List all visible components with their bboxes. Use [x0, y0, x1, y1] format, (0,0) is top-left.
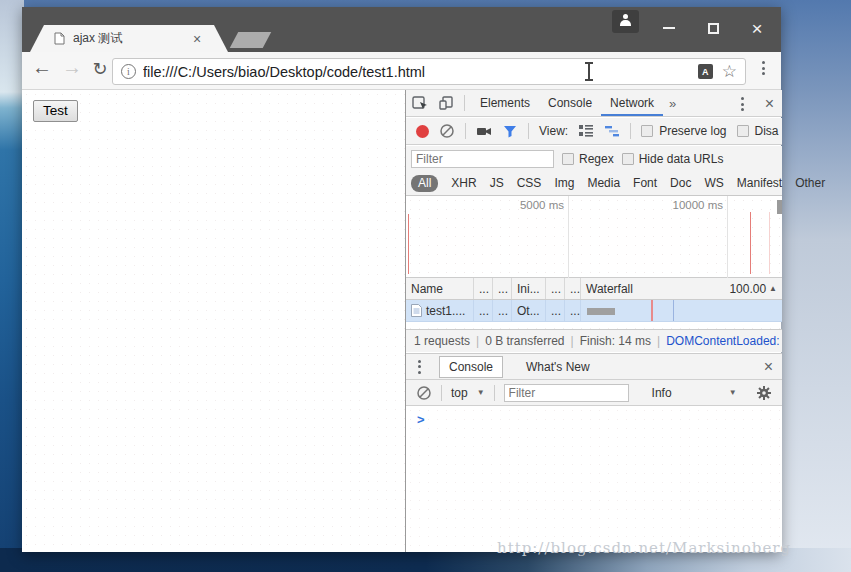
- overview-scrollbar-thumb[interactable]: [777, 200, 782, 214]
- screenshot-camera-icon[interactable]: [476, 123, 492, 139]
- request-initiator-cell[interactable]: Ot...: [512, 300, 546, 321]
- tab-close-icon[interactable]: ×: [193, 32, 201, 46]
- watermark-text: http://blog.csdn.net/Marksinoberg: [497, 539, 851, 557]
- type-filter-img[interactable]: Img: [554, 176, 574, 190]
- maximize-button[interactable]: [698, 15, 728, 41]
- type-filter-manifest[interactable]: Manifest: [737, 176, 782, 190]
- devtools-panel: Elements Console Network » ×: [405, 90, 781, 552]
- col-initiator[interactable]: Ini...: [512, 278, 546, 299]
- drawer-tab-whats-new[interactable]: What's New: [517, 357, 599, 377]
- drawer-close-icon[interactable]: ×: [764, 358, 773, 376]
- tab-network[interactable]: Network: [601, 90, 663, 116]
- more-tabs-icon[interactable]: »: [663, 96, 682, 111]
- devtools-menu-button[interactable]: [741, 97, 744, 111]
- translate-icon[interactable]: A: [698, 64, 713, 79]
- console-output[interactable]: >: [406, 406, 782, 552]
- close-button[interactable]: ×: [742, 15, 772, 41]
- disable-cache-checkbox[interactable]: [737, 125, 749, 137]
- col-size[interactable]: ...: [546, 278, 565, 299]
- log-level-select[interactable]: Info ▼: [652, 386, 737, 400]
- waterfall-bar: [587, 308, 615, 315]
- minimize-button[interactable]: [654, 15, 684, 41]
- network-overview[interactable]: 5000 ms 10000 ms: [406, 196, 782, 278]
- type-filter-font[interactable]: Font: [633, 176, 657, 190]
- url-text[interactable]: file:///C:/Users/biao/Desktop/code/test1…: [143, 64, 698, 80]
- new-tab-button[interactable]: [230, 32, 272, 48]
- summary-domcontentloaded: DOMContentLoaded: ...: [666, 334, 782, 348]
- col-status[interactable]: ...: [493, 278, 512, 299]
- record-button[interactable]: [416, 125, 429, 138]
- device-toolbar-icon[interactable]: [438, 95, 454, 111]
- col-name[interactable]: Name: [406, 278, 474, 299]
- clear-icon[interactable]: [439, 123, 455, 139]
- log-level-caret-icon: ▼: [729, 388, 737, 397]
- domcontentloaded-line: [673, 300, 674, 321]
- request-waterfall-cell[interactable]: [581, 300, 782, 321]
- request-row[interactable]: test1.... ... ... Ot... ... ...: [406, 300, 782, 322]
- request-time-cell[interactable]: ...: [565, 300, 581, 321]
- regex-label: Regex: [579, 152, 614, 166]
- network-filter-input[interactable]: [411, 150, 554, 168]
- close-icon: ×: [751, 19, 762, 38]
- request-method-cell[interactable]: ...: [474, 300, 493, 321]
- maximize-icon: [708, 23, 719, 34]
- drawer-menu-button[interactable]: [418, 360, 421, 374]
- col-waterfall[interactable]: Waterfall 100.00 ▲: [581, 278, 782, 299]
- type-filter-other[interactable]: Other: [795, 176, 825, 190]
- console-settings-gear-icon[interactable]: [756, 385, 772, 401]
- summary-transferred: 0 B transferred: [485, 334, 564, 348]
- test-button[interactable]: Test: [33, 100, 78, 122]
- document-icon: [411, 304, 422, 317]
- overview-load-marker: [750, 212, 751, 274]
- type-filter-ws[interactable]: WS: [704, 176, 723, 190]
- show-overview-icon[interactable]: [604, 123, 620, 139]
- browser-window: ajax 测试 × × ← → ↻ i file:///C:/Users/bia…: [22, 7, 781, 552]
- overview-load-marker-faint: [769, 212, 770, 274]
- reload-button[interactable]: ↻: [88, 58, 112, 80]
- type-filter-all[interactable]: All: [411, 175, 438, 192]
- back-button[interactable]: ←: [30, 56, 54, 79]
- preserve-log-checkbox[interactable]: [641, 125, 653, 137]
- inspect-element-icon[interactable]: [412, 95, 428, 111]
- tab-elements[interactable]: Elements: [471, 90, 539, 116]
- hide-data-urls-checkbox[interactable]: [622, 153, 634, 165]
- col-method[interactable]: ...: [474, 278, 493, 299]
- address-bar[interactable]: i file:///C:/Users/biao/Desktop/code/tes…: [112, 58, 746, 85]
- bookmark-star-icon[interactable]: ☆: [722, 63, 737, 80]
- browser-tab[interactable]: ajax 测试 ×: [30, 25, 228, 52]
- type-filter-doc[interactable]: Doc: [670, 176, 691, 190]
- context-caret-icon: ▼: [477, 388, 485, 397]
- type-filter-js[interactable]: JS: [490, 176, 504, 190]
- page-info-icon[interactable]: i: [121, 64, 136, 79]
- request-status-cell[interactable]: ...: [493, 300, 512, 321]
- content-area: Test Elements Console Network »: [22, 90, 781, 552]
- console-clear-icon[interactable]: [416, 385, 432, 401]
- text-cursor: [588, 63, 590, 80]
- requests-table: Name ... ... Ini... ... ... Waterfall 10…: [406, 278, 782, 322]
- forward-button: →: [60, 56, 84, 79]
- console-prompt-icon[interactable]: >: [417, 412, 425, 427]
- title-bar: ajax 测试 × ×: [22, 7, 781, 52]
- large-request-rows-icon[interactable]: [578, 123, 594, 139]
- sort-arrow-icon: ▲: [769, 284, 777, 293]
- request-name-cell[interactable]: test1....: [406, 300, 474, 321]
- profile-button[interactable]: [612, 10, 639, 33]
- resource-type-filters: All XHR JS CSS Img Media Font Doc WS Man…: [406, 171, 782, 196]
- drawer-tab-console[interactable]: Console: [439, 356, 503, 378]
- timeline-tick-10000: 10000 ms: [672, 199, 723, 211]
- devtools-close-icon[interactable]: ×: [765, 95, 774, 113]
- filter-funnel-icon[interactable]: [502, 123, 518, 139]
- web-page: Test: [22, 90, 405, 552]
- browser-menu-button[interactable]: [762, 61, 765, 75]
- tab-console[interactable]: Console: [539, 90, 601, 116]
- console-filter-input[interactable]: [504, 384, 629, 402]
- timeline-gridline: [727, 196, 728, 278]
- type-filter-css[interactable]: CSS: [517, 176, 542, 190]
- context-selector[interactable]: top: [451, 386, 468, 400]
- network-summary-bar: 1 requests | 0 B transferred | Finish: 1…: [406, 329, 782, 352]
- type-filter-media[interactable]: Media: [587, 176, 620, 190]
- col-time[interactable]: ...: [565, 278, 581, 299]
- regex-checkbox[interactable]: [562, 153, 574, 165]
- request-size-cell[interactable]: ...: [546, 300, 565, 321]
- type-filter-xhr[interactable]: XHR: [451, 176, 476, 190]
